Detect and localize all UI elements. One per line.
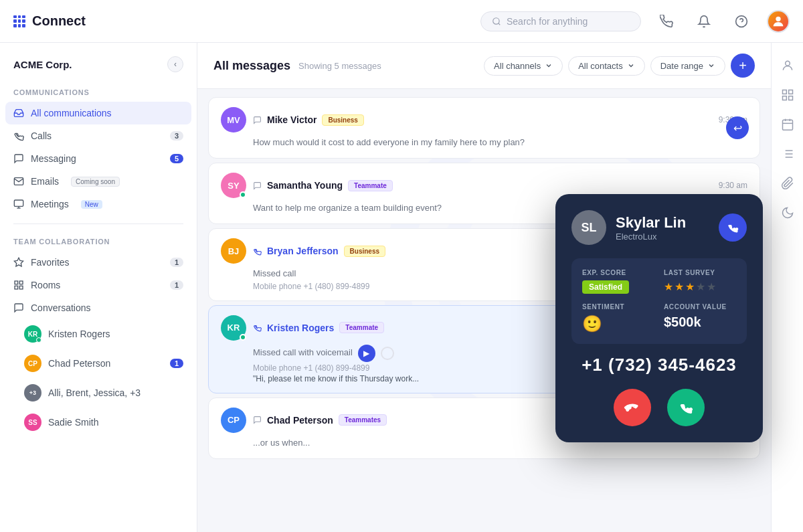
svg-line-1: [499, 23, 501, 25]
group-avatar: +3: [24, 384, 41, 402]
messages-title: All messages: [213, 59, 290, 73]
search-icon: [492, 17, 501, 26]
call-phone-number: +1 (732) 345-4623: [571, 355, 747, 375]
filter-all-channels[interactable]: All channels: [484, 56, 563, 76]
accept-call-button[interactable]: [667, 389, 705, 426]
sidebar-conv-chad[interactable]: CP Chad Peterson 1: [0, 349, 197, 378]
sidebar-conv-sadie[interactable]: SS Sadie Smith: [0, 408, 197, 437]
chad-msg-avatar: CP: [221, 408, 246, 433]
meetings-label: Meetings: [31, 199, 69, 209]
sentiment-block: SENTIMENT 🙂: [582, 303, 654, 333]
samantha-time: 9:30 am: [719, 181, 747, 190]
samantha-avatar-wrapper: SY: [221, 173, 246, 198]
message-channel-icon: [253, 116, 262, 124]
chad-msg-name: Chad Peterson Teammates: [253, 414, 387, 426]
exp-score-block: EXP. SCORE Satisfied: [582, 269, 654, 294]
star-rating: ★ ★ ★ ★ ★: [664, 280, 736, 293]
mike-victor-body: How much would it cost to add everyone i…: [253, 137, 747, 149]
svg-rect-4: [14, 200, 23, 206]
svg-rect-8: [15, 281, 18, 284]
sadie-label: Sadie Smith: [48, 417, 98, 428]
filter-all-contacts[interactable]: All contacts: [568, 56, 644, 76]
sidebar-item-emails[interactable]: Emails Coming soon: [0, 170, 197, 193]
rail-list-icon[interactable]: [776, 142, 800, 166]
svg-rect-16: [788, 96, 792, 100]
chevron-down-icon3: [707, 62, 715, 70]
calls-badge: 3: [170, 131, 183, 141]
chad-tag: Teammates: [339, 414, 387, 426]
inbox-icon: [13, 108, 24, 118]
message-channel-icon2: [253, 181, 262, 190]
sidebar-conv-group[interactable]: +3 Alli, Brent, Jessica, +3: [0, 378, 197, 408]
call-popup-person: SL Skylar Lin ElectroLux: [571, 210, 747, 245]
emails-label: Emails: [31, 176, 59, 187]
message-channel-icon3: [253, 416, 262, 424]
call-popup-phone-icon[interactable]: [719, 213, 747, 242]
sidebar-item-rooms[interactable]: Rooms 1: [0, 274, 197, 296]
mike-victor-avatar: MV: [221, 107, 246, 132]
calls-icon: [13, 130, 24, 141]
sidebar-header: ACME Corp. ‹: [0, 56, 197, 83]
conversations-icon: [13, 302, 24, 313]
meetings-badge: New: [81, 200, 102, 209]
message-card-mike-victor[interactable]: MV Mike Victor Business 9:30 am How much…: [208, 97, 760, 159]
search-bar[interactable]: Search for anything: [480, 11, 641, 31]
samantha-tag: Teammate: [348, 180, 393, 191]
chad-avatar: CP: [24, 355, 41, 372]
sidebar: ACME Corp. ‹ Communications All communic…: [0, 43, 197, 532]
rail-person-icon[interactable]: [776, 54, 800, 78]
rail-paperclip-icon[interactable]: [776, 171, 800, 195]
help-icon-btn[interactable]: [729, 9, 753, 33]
chevron-down-icon: [545, 62, 553, 70]
phone-icon-btn[interactable]: [654, 9, 679, 33]
group-label: Alli, Brent, Jessica, +3: [48, 387, 141, 398]
chad-label: Chad Peterson: [48, 358, 110, 369]
reply-button[interactable]: ↩: [726, 116, 749, 139]
app-title: Connect: [32, 13, 86, 29]
sidebar-item-all-communications[interactable]: All communications: [5, 102, 191, 124]
sidebar-item-meetings[interactable]: Meetings New: [0, 193, 197, 215]
rail-calendar-icon[interactable]: [776, 112, 800, 137]
sidebar-item-favorites[interactable]: Favorites 1: [0, 251, 197, 274]
call-popup: SL Skylar Lin ElectroLux EXP. SCORE Sati…: [555, 194, 763, 442]
calls-label: Calls: [31, 130, 52, 141]
svg-rect-14: [788, 90, 792, 94]
kristen-msg-name: Kristen Rogers Teammate: [253, 322, 384, 333]
rail-grid-icon[interactable]: [776, 83, 800, 107]
kristen-tag: Teammate: [339, 322, 384, 333]
messages-count: Showing 5 messages: [298, 61, 381, 71]
sidebar-item-messaging[interactable]: Messaging 5: [0, 147, 197, 170]
rooms-label: Rooms: [31, 280, 60, 290]
svg-rect-10: [15, 286, 18, 289]
svg-rect-13: [782, 90, 786, 94]
svg-rect-15: [782, 96, 786, 100]
kristen-avatar-wrapper: KR: [221, 315, 246, 341]
user-avatar[interactable]: [767, 10, 790, 33]
svg-rect-17: [782, 120, 792, 130]
rail-moon-icon[interactable]: [776, 201, 800, 225]
filter-group: All channels All contacts Date range +: [484, 54, 755, 78]
bell-icon-btn[interactable]: [692, 9, 716, 33]
mike-victor-tag: Business: [322, 114, 363, 126]
svg-rect-9: [19, 281, 23, 284]
play-button[interactable]: ▶: [358, 345, 375, 362]
filter-date-range[interactable]: Date range: [650, 56, 725, 76]
favorites-label: Favorites: [31, 257, 70, 268]
add-button[interactable]: +: [731, 54, 755, 78]
topnav-icons: [654, 9, 790, 33]
grid-icon: [13, 15, 25, 27]
sidebar-conv-kristen[interactable]: KR Kristen Rogers: [0, 319, 197, 349]
logo: Connect: [13, 13, 86, 29]
decline-call-button[interactable]: [614, 389, 651, 426]
chad-badge: 1: [170, 359, 183, 368]
rooms-icon: [13, 280, 24, 290]
sidebar-collapse-btn[interactable]: ‹: [167, 56, 183, 72]
call-channel-icon: [253, 247, 262, 256]
sidebar-item-calls[interactable]: Calls 3: [0, 124, 197, 147]
filter-all-channels-label: All channels: [494, 61, 541, 71]
svg-point-0: [493, 17, 499, 23]
account-value-block: ACCOUNT VALUE $500k: [664, 303, 736, 333]
team-collaboration-label: Team collaboration: [0, 232, 197, 251]
topnav: Connect Search for anything: [0, 0, 803, 43]
svg-marker-7: [14, 258, 23, 266]
